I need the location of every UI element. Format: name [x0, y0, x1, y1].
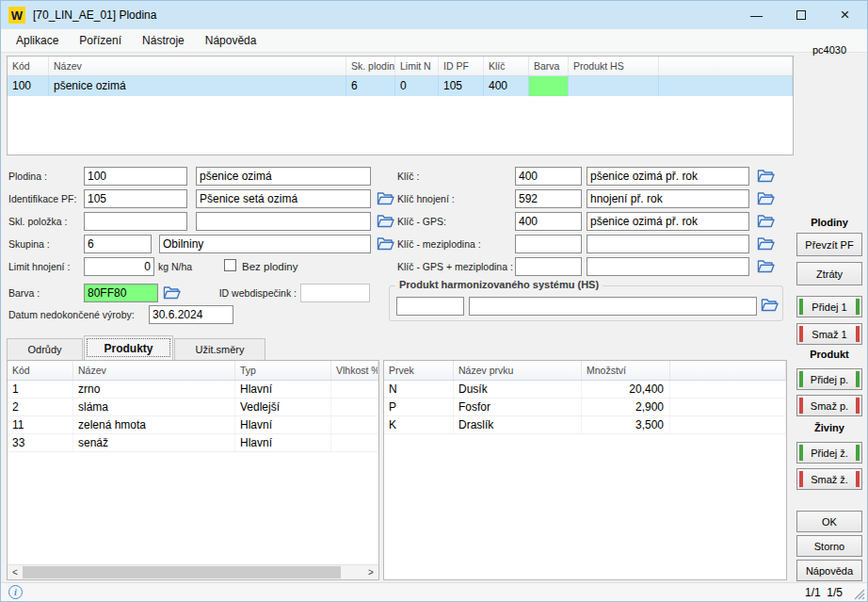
klic-meziplodina-name-input[interactable]	[587, 235, 749, 253]
column-header[interactable]: ID PF	[439, 57, 484, 75]
bez-plodiny-checkbox[interactable]	[224, 259, 236, 271]
menu-napoveda[interactable]: Nápověda	[195, 30, 267, 51]
titlebar[interactable]: W [70_LIN_AE_01] Plodina — ×	[1, 1, 867, 29]
pridej-1-button[interactable]: Přidej 1	[796, 296, 862, 317]
klic-name-input[interactable]	[587, 167, 749, 186]
skl-polozka-name-input[interactable]	[196, 212, 371, 231]
tab-uzit-smery[interactable]: Užit.směry	[174, 338, 265, 360]
barva-input[interactable]	[84, 284, 158, 302]
product-row[interactable]: 2 sláma Vedlejší	[8, 399, 378, 416]
cell-limit-n: 0	[395, 76, 439, 96]
plodina-label: Plodina :	[8, 171, 47, 182]
column-header[interactable]: Kód	[8, 361, 73, 380]
column-header[interactable]: Sk. plodin	[346, 57, 395, 75]
column-header-filler	[659, 57, 793, 75]
smaz-p-button[interactable]: Smaž p.	[796, 395, 862, 416]
skl-polozka-code-input[interactable]	[84, 212, 187, 231]
smaz-z-button[interactable]: Smaž ž.	[796, 468, 862, 490]
identifikace-pf-code-input[interactable]	[84, 189, 187, 208]
minimize-icon: —	[750, 8, 763, 23]
column-header[interactable]: Produkt HS	[569, 57, 659, 75]
klic-gps-name-input[interactable]	[587, 212, 749, 231]
klic-gps-meziplodina-code-input[interactable]	[515, 257, 582, 276]
scroll-left-icon[interactable]: <	[8, 565, 23, 579]
plodina-code-input[interactable]	[84, 167, 187, 186]
menu-nastroje[interactable]: Nástroje	[132, 30, 195, 51]
column-header[interactable]: Prvek	[384, 361, 454, 380]
skupina-open-folder-icon[interactable]	[376, 236, 394, 252]
produkt-hs-name-input[interactable]	[469, 297, 757, 316]
minimize-button[interactable]: —	[734, 1, 779, 29]
identifikace-pf-open-folder-icon[interactable]	[376, 191, 394, 207]
resize-grip-icon[interactable]	[853, 587, 865, 599]
klic-hnojeni-open-folder-icon[interactable]	[756, 191, 775, 207]
ztraty-button[interactable]: Ztráty	[796, 262, 862, 285]
column-header[interactable]: Název	[73, 361, 235, 380]
menu-aplikace[interactable]: Aplikace	[6, 30, 69, 51]
crops-table-selected-row[interactable]: 100 pšenice ozimá 6 0 105 400	[8, 76, 793, 96]
skupina-code-input[interactable]	[84, 235, 152, 253]
limit-hnojeni-input[interactable]	[84, 257, 154, 276]
crops-table-header: Kód Název Sk. plodin Limit N ID PF Klíč …	[8, 57, 793, 76]
product-row[interactable]: 1 zrno Hlavní	[8, 381, 378, 399]
column-header[interactable]: Název	[49, 57, 346, 75]
produkt-hs-code-input[interactable]	[396, 297, 464, 316]
scroll-right-icon[interactable]: >	[363, 565, 378, 579]
skl-polozka-open-folder-icon[interactable]	[376, 214, 394, 230]
column-header[interactable]: Klíč	[484, 57, 529, 75]
column-header[interactable]: Limit N	[395, 57, 439, 75]
klic-gps-open-folder-icon[interactable]	[756, 214, 775, 230]
product-row[interactable]: 11 zelená hmota Hlavní	[8, 416, 378, 434]
ok-button[interactable]: OK	[796, 511, 862, 532]
datum-nedokoncene-vyroby-input[interactable]	[149, 305, 233, 324]
tab-produkty[interactable]: Produkty	[84, 335, 173, 360]
window-title: [70_LIN_AE_01] Plodina	[33, 8, 156, 22]
klic-meziplodina-code-input[interactable]	[515, 235, 582, 253]
cell: 33	[8, 434, 73, 451]
nutrient-row[interactable]: N Dusík 20,400	[384, 381, 786, 399]
klic-hnojeni-name-input[interactable]	[587, 189, 749, 208]
cell-barva	[529, 76, 569, 96]
column-header[interactable]: Vlhkost %	[331, 361, 378, 380]
napoveda-button[interactable]: Nápověda	[796, 560, 862, 581]
column-header[interactable]: Typ	[235, 361, 331, 380]
skupina-name-input[interactable]	[159, 235, 371, 253]
klic-hnojeni-code-input[interactable]	[515, 189, 582, 208]
column-header[interactable]: Barva	[529, 57, 569, 75]
close-button[interactable]: ×	[823, 1, 867, 29]
cell: zelená hmota	[73, 416, 235, 433]
maximize-button[interactable]	[779, 1, 823, 29]
cell-id-pf: 105	[439, 76, 484, 96]
info-icon[interactable]: i	[8, 585, 23, 599]
horizontal-scrollbar[interactable]: < >	[8, 564, 378, 579]
column-header[interactable]: Kód	[8, 57, 49, 75]
klic-code-input[interactable]	[515, 167, 582, 186]
menu-porizeni[interactable]: Pořízení	[69, 30, 132, 51]
identifikace-pf-name-input[interactable]	[196, 189, 371, 208]
app-logo-letter: W	[11, 8, 23, 23]
record-pager: 1/1 1/5	[805, 586, 843, 599]
sidebar-section-ziviny: Živiny	[796, 422, 862, 433]
klic-gps-code-input[interactable]	[515, 212, 582, 231]
tab-odrudy[interactable]: Odrůdy	[7, 338, 83, 360]
scrollbar-thumb[interactable]	[23, 566, 341, 578]
smaz-1-button[interactable]: Smaž 1	[796, 323, 862, 345]
produkt-hs-open-folder-icon[interactable]	[760, 298, 779, 314]
plodina-name-input[interactable]	[196, 167, 371, 186]
klic-gps-meziplodina-name-input[interactable]	[587, 257, 749, 276]
id-webdispecink-input[interactable]	[300, 284, 370, 302]
cell-nazev: pšenice ozimá	[49, 76, 346, 96]
klic-meziplodina-open-folder-icon[interactable]	[756, 236, 775, 252]
prevzit-pf-button[interactable]: Převzít PF	[796, 233, 862, 256]
product-row[interactable]: 33 senáž Hlavní	[8, 434, 378, 452]
klic-gps-meziplodina-open-folder-icon[interactable]	[756, 259, 775, 275]
column-header[interactable]: Název prvku	[454, 361, 582, 380]
nutrient-row[interactable]: P Fosfor 2,900	[384, 399, 786, 416]
column-header[interactable]: Množství	[582, 361, 670, 380]
pridej-z-button[interactable]: Přidej ž.	[796, 442, 862, 464]
pridej-p-button[interactable]: Přidej p.	[796, 368, 862, 390]
barva-open-folder-icon[interactable]	[162, 285, 181, 301]
klic-open-folder-icon[interactable]	[756, 169, 775, 185]
storno-button[interactable]: Storno	[796, 535, 862, 557]
nutrient-row[interactable]: K Draslík 3,500	[384, 416, 786, 434]
